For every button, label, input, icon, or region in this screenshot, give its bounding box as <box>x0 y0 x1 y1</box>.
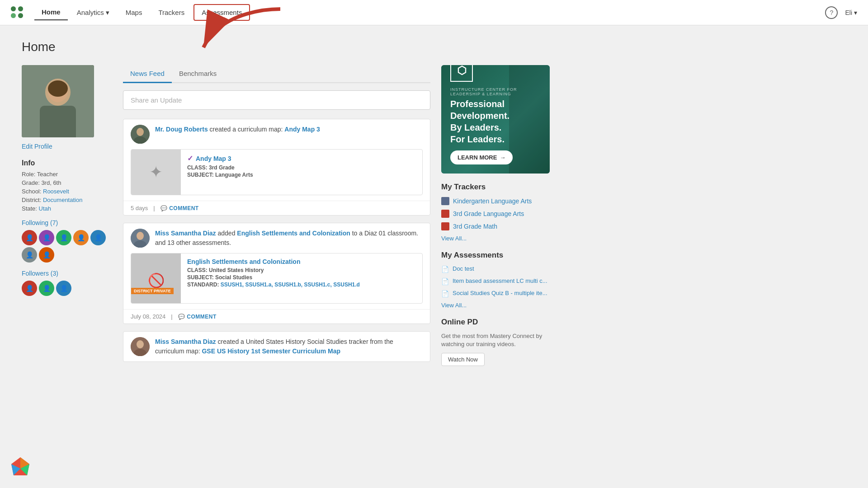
followers-avatars: 👤 👤 👤 <box>22 281 112 296</box>
following-avatar-4[interactable]: 👤 <box>73 230 89 245</box>
comment-btn-2[interactable]: 💬 COMMENT <box>178 314 217 320</box>
feed-author-3[interactable]: Miss Samantha Diaz <box>155 338 216 345</box>
feed-footer-1: 5 days | 💬 COMMENT <box>123 201 430 215</box>
feed-preview-img-2: DISTRICT PRIVATE 🚫 <box>131 253 181 303</box>
svg-point-10 <box>137 232 144 240</box>
follower-avatar-2[interactable]: 👤 <box>39 281 54 296</box>
feed-time-1: 5 days <box>131 205 148 211</box>
nav-link-analytics[interactable]: Analytics ▾ <box>70 5 117 20</box>
feed-target-2[interactable]: English Settlements and Colonization <box>237 230 350 237</box>
compass-icon: ✦ <box>149 163 163 182</box>
trackers-view-all[interactable]: View All... <box>441 235 550 242</box>
tracker-label-2: 3rd Grade Language Arts <box>453 210 524 217</box>
arrow-right-icon: → <box>500 154 505 161</box>
feed-avatar-3 <box>131 337 150 356</box>
feed-item-1: Mr. Doug Roberts created a curriculum ma… <box>123 119 430 216</box>
ad-title: Professional Development. By Leaders. Fo… <box>450 98 541 145</box>
feed-time-2: July 08, 2024 <box>131 313 165 320</box>
verified-icon: ✓ <box>187 154 193 163</box>
tracker-3[interactable]: 3rd Grade Math <box>441 222 550 230</box>
user-menu[interactable]: Eli ▾ <box>845 9 857 16</box>
tracker-color-2 <box>441 210 449 218</box>
preview-class-1: CLASS: 3rd Grade <box>187 164 416 171</box>
bottom-logo <box>9 455 32 479</box>
followers-link[interactable]: Followers (3) <box>22 270 112 277</box>
preview-class-2: CLASS: United States History <box>187 267 416 273</box>
following-avatar-6[interactable]: 👤 <box>22 247 37 263</box>
preview-link-2[interactable]: English Settlements and Colonization <box>187 258 300 265</box>
feed-author-1[interactable]: Mr. Doug Roberts <box>155 126 208 133</box>
district-link[interactable]: Documentation <box>43 197 82 203</box>
assessments-view-all[interactable]: View All... <box>441 302 550 309</box>
watch-now-button[interactable]: Watch Now <box>441 353 485 366</box>
assessments-title: My Assessments <box>441 251 550 260</box>
navigation: Home Analytics ▾ Maps Trackers Assessmen… <box>0 0 868 25</box>
feed-item-1-text: Mr. Doug Roberts created a curriculum ma… <box>155 125 423 134</box>
nav-link-trackers[interactable]: Trackers <box>151 5 192 20</box>
nav-link-home[interactable]: Home <box>34 5 68 20</box>
state-link[interactable]: Utah <box>39 205 51 212</box>
ad-learn-more-button[interactable]: LEARN MORE → <box>450 150 513 164</box>
follower-avatar-3[interactable]: 👤 <box>56 281 71 296</box>
feed-preview-info-1: ✓ Andy Map 3 CLASS: 3rd Grade SUBJECT: L… <box>181 150 422 195</box>
ad-org: INSTRUCTURE CENTER FOR LEADERSHIP & LEAR… <box>450 87 541 96</box>
feed-item-3-header: Miss Samantha Diaz created a United Stat… <box>123 332 430 361</box>
feed-tabs: News Feed Benchmarks <box>123 65 430 83</box>
info-title: Info <box>22 159 112 167</box>
assessment-1[interactable]: 📄 Doc test <box>441 265 550 273</box>
nav-link-assessments[interactable]: Assessments <box>193 4 250 21</box>
feed-item-3: Miss Samantha Diaz created a United Stat… <box>123 331 430 362</box>
tab-news-feed[interactable]: News Feed <box>123 65 172 83</box>
tracker-1[interactable]: Kindergarten Language Arts <box>441 197 550 205</box>
preview-standards-link[interactable]: SSUSH1, SSUSH1.a, SSUSH1.b, SSUSH1.c, SS… <box>221 282 360 288</box>
followers-section: Followers (3) 👤 👤 👤 <box>22 270 112 296</box>
page-title: Home <box>22 40 846 54</box>
preview-subject-2: SUBJECT: Social Studies <box>187 274 416 281</box>
follower-avatar-1[interactable]: 👤 <box>22 281 37 296</box>
share-update-input[interactable]: Share an Update <box>123 90 430 110</box>
sidebar: Edit Profile Info Role: Teacher Grade: 3… <box>22 65 112 369</box>
svg-rect-3 <box>40 106 76 137</box>
online-pd-title: Online PD <box>441 318 550 327</box>
logo[interactable] <box>11 6 24 19</box>
feed-author-2[interactable]: Miss Samantha Diaz <box>155 230 216 237</box>
school-row: School: Roosevelt <box>22 188 112 195</box>
preview-link-1[interactable]: Andy Map 3 <box>196 155 231 162</box>
district-row: District: Documentation <box>22 197 112 203</box>
feed-preview-info-2: English Settlements and Colonization CLA… <box>181 253 422 303</box>
feed-preview-img-1: ✦ <box>131 150 181 195</box>
school-link[interactable]: Roosevelt <box>43 188 69 195</box>
role-row: Role: Teacher <box>22 171 112 178</box>
tracker-label-1: Kindergarten Language Arts <box>453 197 532 205</box>
feed-target-1[interactable]: Andy Map 3 <box>284 126 320 133</box>
following-avatar-3[interactable]: 👤 <box>56 230 71 245</box>
following-avatar-1[interactable]: 👤 <box>22 230 37 245</box>
nav-link-maps[interactable]: Maps <box>118 5 150 20</box>
following-avatar-2[interactable]: 👤 <box>39 230 54 245</box>
following-avatar-7[interactable]: 👤 <box>39 247 54 263</box>
svg-point-13 <box>137 340 144 348</box>
preview-title-2: English Settlements and Colonization <box>187 258 416 265</box>
preview-standard-2: STANDARD: SSUSH1, SSUSH1.a, SSUSH1.b, SS… <box>187 282 416 288</box>
user-chevron-icon: ▾ <box>854 9 857 16</box>
edit-profile-link[interactable]: Edit Profile <box>22 143 112 150</box>
following-link[interactable]: Following (7) <box>22 219 112 226</box>
comment-btn-1[interactable]: 💬 COMMENT <box>160 205 199 211</box>
tracker-color-1 <box>441 197 449 205</box>
feed-target-3[interactable]: GSE US History 1st Semester Curriculum M… <box>202 347 340 355</box>
feed-item-3-text: Miss Samantha Diaz created a United Stat… <box>155 337 423 356</box>
help-button[interactable]: ? <box>825 6 838 19</box>
preview-subject-1: SUBJECT: Language Arts <box>187 172 416 178</box>
tracker-2[interactable]: 3rd Grade Language Arts <box>441 210 550 218</box>
assessment-label-2: Item based assessment LC multi c... <box>453 277 547 284</box>
following-avatar-5[interactable]: 👤 <box>90 230 106 245</box>
district-private-badge: DISTRICT PRIVATE <box>131 288 174 294</box>
assessment-3[interactable]: 📄 Social Studies Quiz B - multiple ite..… <box>441 290 550 297</box>
grade-row: Grade: 3rd, 6th <box>22 179 112 186</box>
feed-item-2-header: Miss Samantha Diaz added English Settlem… <box>123 223 430 253</box>
tab-benchmarks[interactable]: Benchmarks <box>172 65 224 82</box>
preview-title-1: ✓ Andy Map 3 <box>187 154 416 163</box>
svg-point-5 <box>48 80 68 97</box>
logo-icon <box>11 6 24 19</box>
assessment-2[interactable]: 📄 Item based assessment LC multi c... <box>441 277 550 285</box>
